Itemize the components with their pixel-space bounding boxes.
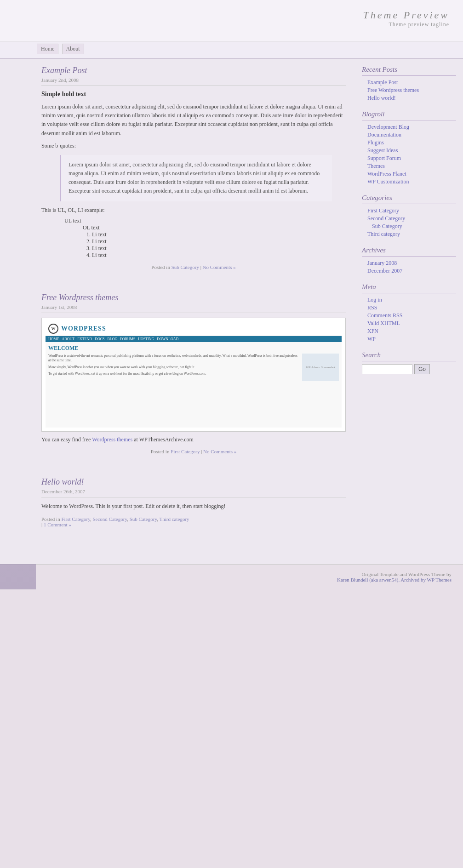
blogroll-title: Blogroll: [362, 110, 456, 120]
nav-about[interactable]: About: [62, 44, 84, 54]
post-title-free-wp[interactable]: Free Wordpress themes: [41, 293, 118, 302]
blogroll-link[interactable]: Development Blog: [367, 124, 409, 130]
list-item: Support Forum: [362, 154, 456, 162]
recent-post-link[interactable]: Free Wordpress themes: [367, 87, 419, 93]
cat-link[interactable]: Third category: [367, 231, 400, 237]
wp-nav-home: HOME: [48, 337, 59, 341]
blogroll-link[interactable]: Support Forum: [367, 155, 401, 161]
meta-login[interactable]: Log in: [367, 297, 382, 303]
list-item: Comments RSS: [362, 312, 456, 320]
wp-left: WordPress is a state-of-the-art semantic…: [48, 354, 299, 381]
posted-in-label: Posted in: [151, 449, 170, 454]
footer-line1: Original Template and WordPress Theme by: [11, 571, 452, 577]
blogroll-section: Blogroll Development Blog Documentation …: [362, 110, 456, 186]
hello-cat-3[interactable]: Sub Category: [130, 516, 157, 522]
post-title-hello-world[interactable]: Hello world!: [41, 477, 84, 486]
search-button[interactable]: Go: [414, 364, 430, 374]
list-item: WP: [362, 335, 456, 343]
list-item: Hello world!: [362, 94, 456, 102]
post-date-free-wp: January 1st, 2008: [41, 304, 346, 313]
li-list: Li text Li text Li text Li text: [92, 231, 346, 259]
sidebar: Recent Posts Example Post Free Wordpress…: [357, 59, 463, 564]
recent-posts-section: Recent Posts Example Post Free Wordpress…: [362, 66, 456, 102]
list-item: Log in: [362, 296, 456, 304]
content-area: Example Post January 2nd, 2008 Simple bo…: [0, 59, 357, 564]
wp-content-row: WordPress is a state-of-the-art semantic…: [48, 354, 339, 381]
list-item: Li text: [92, 238, 346, 245]
cat-link[interactable]: First Category: [367, 207, 399, 214]
wp-more-text: More simply, WordPress is what you use w…: [48, 365, 299, 370]
nav-home[interactable]: Home: [37, 44, 58, 54]
list-item: WordPress Planet: [362, 170, 456, 178]
wp-mock-header: W WORDPRESS: [46, 322, 342, 336]
list-item: XFN: [362, 327, 456, 335]
hello-world-footer: Posted in First Category, Second Categor…: [41, 516, 346, 527]
wordpress-screenshot: W WORDPRESS HOME ABOUT EXTEND DOCS BLOG …: [41, 318, 346, 432]
list-item: Development Blog: [362, 123, 456, 131]
post-body-example: Lorem ipsum dolor sit amet, consectetur …: [41, 103, 346, 138]
site-title: Theme Preview: [363, 9, 449, 21]
meta-rss[interactable]: RSS: [367, 304, 377, 311]
hello-cat-1[interactable]: First Category: [61, 516, 90, 522]
wp-nav-about: ABOUT: [62, 337, 75, 341]
blogroll-link[interactable]: WP Customization: [367, 178, 409, 185]
archives-section: Archives January 2008 December 2007: [362, 246, 456, 275]
list-item: Suggest Ideas: [362, 147, 456, 154]
list-item: Plugins: [362, 139, 456, 147]
list-item: Li text: [92, 231, 346, 238]
blogroll-link[interactable]: Documentation: [367, 131, 401, 138]
post-category-link[interactable]: First Category: [171, 449, 200, 454]
post-title-example-post[interactable]: Example Post: [41, 66, 87, 75]
themes-link[interactable]: Wordpress themes: [92, 436, 132, 443]
search-input[interactable]: [362, 364, 412, 374]
blogroll-link[interactable]: Plugins: [367, 139, 384, 146]
wp-body: WELCOME WordPress is a state-of-the-art …: [46, 342, 342, 384]
post-category-link[interactable]: Sub Category: [171, 264, 199, 270]
blogroll-link[interactable]: Suggest Ideas: [367, 147, 398, 154]
meta-wp[interactable]: WP: [367, 336, 376, 342]
list-item: Li text: [92, 252, 346, 259]
blogroll-link[interactable]: Themes: [367, 163, 385, 169]
posted-in-label: Posted in: [41, 516, 60, 522]
wp-logo-text: WORDPRESS: [61, 325, 106, 332]
search-box: Go: [362, 364, 456, 374]
hello-comment[interactable]: 1 Comment »: [44, 522, 71, 527]
cat-sub-link[interactable]: Sub Category: [372, 223, 402, 229]
categories-section: Categories First Category Second Categor…: [362, 194, 456, 238]
list-item: Valid XHTML: [362, 320, 456, 327]
wp-nav-hosting: HOSTING: [138, 337, 154, 341]
main-wrapper: Example Post January 2nd, 2008 Simple bo…: [0, 59, 463, 564]
cat-link[interactable]: Second Category: [367, 215, 405, 222]
site-header: Theme Preview Theme preview tagline: [0, 0, 463, 41]
wp-logo-circle: W: [48, 324, 58, 334]
list-item: Second Category: [362, 215, 456, 223]
wp-nav-download: DOWNLOAD: [157, 337, 178, 341]
some-bquotes-label: Some b-quotes:: [41, 143, 346, 149]
wp-nav-bar: HOME ABOUT EXTEND DOCS BLOG FORUMS HOSTI…: [46, 336, 342, 342]
archive-link[interactable]: January 2008: [367, 260, 397, 266]
hello-cat-4[interactable]: Third category: [159, 516, 189, 522]
hello-cat-2[interactable]: Second Category: [92, 516, 127, 522]
blogroll-list: Development Blog Documentation Plugins S…: [362, 123, 456, 186]
blockquote: Lorem ipsum dolor sit amet, consectetur …: [60, 155, 332, 201]
wordpress-mock-inner: W WORDPRESS HOME ABOUT EXTEND DOCS BLOG …: [46, 322, 342, 428]
post-subtitle: Simple bold text: [41, 91, 346, 98]
no-comments-link[interactable]: No Comments »: [203, 264, 236, 270]
recent-posts-list: Example Post Free Wordpress themes Hello…: [362, 79, 456, 102]
post-footer-free-wp: Posted in First Category | No Comments »: [41, 449, 346, 454]
wp-get-started: To get started with WordPress, set it up…: [48, 371, 299, 377]
list-item: WP Customization: [362, 178, 456, 186]
site-tagline: Theme preview tagline: [363, 21, 449, 28]
meta-comments-rss[interactable]: Comments RSS: [367, 312, 402, 319]
recent-post-link[interactable]: Hello world!: [367, 95, 396, 101]
hello-world-body: Welcome to WordPress. This is your first…: [41, 502, 346, 511]
meta-xfn[interactable]: XFN: [367, 328, 378, 334]
archive-link[interactable]: December 2007: [367, 268, 402, 274]
meta-valid-xhtml[interactable]: Valid XHTML: [367, 320, 400, 326]
recent-post-link[interactable]: Example Post: [367, 79, 398, 86]
wp-nav-blog: BLOG: [107, 337, 117, 341]
list-item: RSS: [362, 304, 456, 312]
blogroll-link[interactable]: WordPress Planet: [367, 171, 406, 177]
no-comments-link[interactable]: No Comments »: [203, 449, 236, 454]
footer-link[interactable]: Karen Blundell (aka arwen54). Archived b…: [337, 577, 452, 582]
